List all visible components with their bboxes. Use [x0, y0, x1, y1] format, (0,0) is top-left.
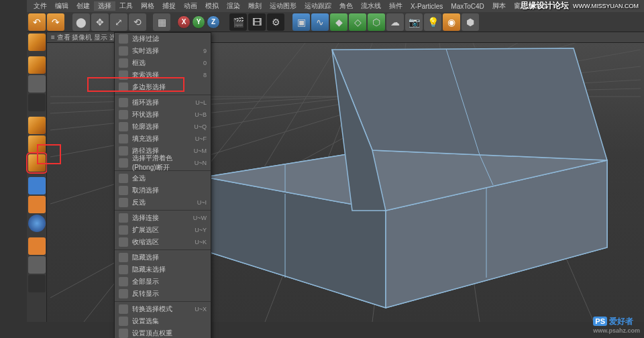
- menu-12[interactable]: 运动跟踪: [301, 1, 335, 11]
- undo-button[interactable]: ↶: [28, 13, 46, 31]
- menu-11[interactable]: 运动图形: [266, 1, 301, 11]
- axis-button[interactable]: [28, 177, 46, 194]
- menu-3[interactable]: 选择: [94, 1, 115, 11]
- menu-item-shortcut: U~I: [197, 199, 207, 206]
- generator-button[interactable]: ◆: [330, 13, 347, 31]
- menu-0[interactable]: 文件: [30, 1, 51, 11]
- menu-16[interactable]: X-Particles: [407, 3, 447, 10]
- viewport-solo-button[interactable]: [28, 256, 46, 274]
- axis-z-toggle[interactable]: Z: [207, 15, 220, 29]
- menu-item-0-1[interactable]: 实时选择9: [115, 45, 211, 57]
- menu-item-5-1[interactable]: 设置选集: [115, 315, 211, 327]
- menu-18[interactable]: 脚本: [488, 1, 510, 11]
- menu-item-1-0[interactable]: 循环选择U~L: [115, 97, 211, 109]
- menu-item-shortcut: 9: [203, 48, 207, 54]
- menu-item-2-2[interactable]: 反选U~I: [115, 196, 211, 209]
- menu-item-label: 全部显示: [132, 277, 203, 286]
- move-button[interactable]: ✥: [91, 13, 109, 31]
- menu-item-icon: [119, 58, 128, 68]
- menu-item-0-3[interactable]: 套索选择8: [115, 69, 211, 81]
- menu-item-5-0[interactable]: 转换选择模式U~X: [115, 303, 211, 315]
- menu-item-4-2[interactable]: 全部显示: [115, 276, 211, 288]
- points-mode-button[interactable]: [28, 117, 46, 134]
- render-button[interactable]: 🎬: [229, 13, 247, 31]
- misc-tool-button[interactable]: [28, 275, 46, 292]
- live-select-button[interactable]: ⬤: [72, 13, 90, 31]
- tag-button[interactable]: ◉: [443, 13, 460, 31]
- axis-y-toggle[interactable]: Y: [192, 15, 205, 29]
- menu-item-4-1[interactable]: 隐藏未选择: [115, 264, 211, 276]
- render-pv-button[interactable]: 🎞: [248, 13, 266, 31]
- menu-item-icon: [119, 98, 128, 107]
- polygons-mode-button[interactable]: [28, 154, 46, 172]
- environment-button[interactable]: ☁: [386, 13, 404, 31]
- menu-separator: [115, 95, 211, 95]
- menu-item-shortcut: U~X: [195, 306, 207, 313]
- menu-item-1-5[interactable]: 选择平滑着色(Phong)断开U~N: [115, 157, 211, 169]
- menu-9[interactable]: 渲染: [223, 1, 244, 11]
- cube-primitive-button[interactable]: ▣: [292, 13, 310, 31]
- menu-item-label: 反转显示: [132, 289, 203, 298]
- tweak-button[interactable]: [28, 237, 46, 255]
- menu-15[interactable]: 插件: [385, 1, 407, 11]
- menu-13[interactable]: 角色: [335, 1, 357, 11]
- menu-item-2-0[interactable]: 全选: [115, 172, 211, 184]
- menu-item-shortcut: U~L: [195, 99, 207, 106]
- menu-item-label: 选择连接: [132, 213, 189, 223]
- last-tool-button[interactable]: ▦: [153, 13, 170, 31]
- spline-button[interactable]: ∿: [311, 13, 329, 31]
- menu-item-shortcut: 0: [203, 60, 207, 66]
- menu-item-0-0[interactable]: 选择过滤: [115, 33, 211, 45]
- menu-item-3-2[interactable]: 收缩选区U~K: [115, 236, 211, 248]
- menu-item-0-4[interactable]: 多边形选择: [115, 81, 211, 93]
- menu-item-shortcut: U~N: [195, 160, 207, 166]
- camera-button[interactable]: 📷: [405, 13, 423, 31]
- deformer-button[interactable]: ⬡: [368, 13, 385, 31]
- menu-4[interactable]: 工具: [115, 1, 137, 11]
- redo-button[interactable]: ↷: [47, 13, 64, 31]
- menu-8[interactable]: 模拟: [201, 1, 223, 11]
- texture-mode-button[interactable]: [28, 75, 46, 93]
- generator2-button[interactable]: ◇: [349, 13, 366, 31]
- menu-item-1-3[interactable]: 填充选择U~F: [115, 133, 211, 145]
- menu-item-1-1[interactable]: 环状选择U~B: [115, 109, 211, 121]
- model-wireframe-icon: [205, 48, 607, 308]
- light-button[interactable]: 💡: [424, 13, 441, 31]
- menu-item-5-2[interactable]: 设置顶点权重: [115, 327, 211, 338]
- workplane-mode-button[interactable]: [28, 94, 46, 111]
- menu-item-4-3[interactable]: 反转显示: [115, 288, 211, 300]
- menu-17[interactable]: MaxToC4D: [447, 3, 488, 10]
- render-settings-button[interactable]: ⚙: [267, 13, 284, 31]
- make-editable-button[interactable]: [28, 34, 46, 51]
- menu-5[interactable]: 网格: [137, 1, 158, 11]
- snap-button[interactable]: [28, 196, 46, 213]
- menu-item-1-2[interactable]: 轮廓选择U~Q: [115, 121, 211, 133]
- menu-14[interactable]: 流水线: [357, 1, 385, 11]
- menu-item-3-1[interactable]: 扩展选区U~Y: [115, 224, 211, 236]
- menu-item-label: 隐藏未选择: [132, 265, 203, 274]
- edges-mode-button[interactable]: [28, 135, 46, 153]
- model-mode-button[interactable]: [28, 56, 46, 74]
- menu-item-shortcut: U~B: [195, 111, 207, 118]
- menu-item-2-1[interactable]: 取消选择: [115, 184, 211, 196]
- rotate-button[interactable]: ⟲: [129, 13, 146, 31]
- menu-item-icon: [119, 277, 128, 286]
- menu-7[interactable]: 动画: [180, 1, 201, 11]
- menu-item-shortcut: U~F: [195, 135, 207, 142]
- menu-item-3-0[interactable]: 选择连接U~W: [115, 212, 211, 224]
- soft-select-button[interactable]: [28, 215, 46, 232]
- menu-2[interactable]: 创建: [72, 1, 94, 11]
- menu-item-0-2[interactable]: 框选0: [115, 57, 211, 69]
- menu-item-icon: [119, 186, 128, 195]
- menu-1[interactable]: 编辑: [51, 1, 72, 11]
- toolbar-main: ↶ ↷ ⬤ ✥ ⤢ ⟲ ▦ X Y Z 🎬 🎞 ⚙ ▣ ∿ ◆ ◇ ⬡ ☁ 📷 …: [27, 12, 644, 32]
- app-window: 文件编辑创建选择工具网格捕捉动画模拟渲染雕刻运动图形运动跟踪角色流水线插件X-P…: [27, 0, 644, 322]
- axis-x-toggle[interactable]: X: [177, 15, 191, 29]
- menu-item-label: 循环选择: [132, 98, 191, 107]
- misc-button[interactable]: ⬢: [462, 13, 479, 31]
- scale-button[interactable]: ⤢: [110, 13, 127, 31]
- menu-6[interactable]: 捕捉: [158, 1, 180, 11]
- menu-10[interactable]: 雕刻: [244, 1, 266, 11]
- menu-item-icon: [119, 329, 128, 338]
- menu-item-4-0[interactable]: 隐藏选择: [115, 251, 211, 264]
